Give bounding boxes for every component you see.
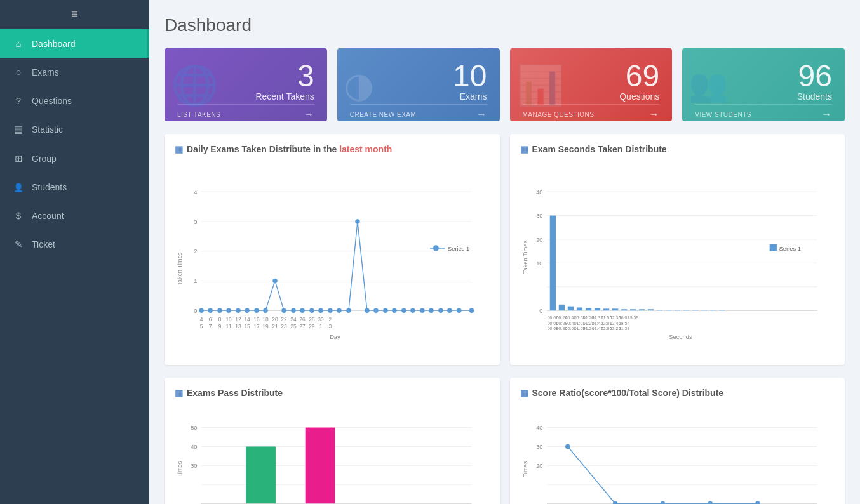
- sidebar-item-label: Questions: [32, 96, 72, 106]
- stat-card-exams[interactable]: ◑ 10 Exams CREATE NEW EXAM →: [337, 48, 500, 121]
- svg-point-37: [429, 308, 433, 312]
- svg-point-32: [383, 308, 387, 312]
- svg-rect-93: [585, 308, 591, 310]
- main-content: Dashboard 🌐 3 Recent Takens LIST TAKENS …: [149, 0, 860, 504]
- svg-point-18: [254, 308, 259, 312]
- svg-rect-150: [246, 446, 276, 503]
- stat-card-takens[interactable]: 🌐 3 Recent Takens LIST TAKENS →: [165, 48, 327, 121]
- svg-point-29: [355, 219, 359, 223]
- group-icon: ⊞: [13, 153, 24, 164]
- svg-text:4: 4: [200, 316, 203, 322]
- svg-point-27: [337, 308, 341, 312]
- svg-text:30: 30: [191, 463, 197, 469]
- sidebar-item-label: Ticket: [32, 239, 55, 249]
- sidebar-toggle[interactable]: ≡: [0, 0, 149, 29]
- chart-area-pass: Times 50 40 30: [175, 406, 490, 504]
- hamburger-icon: ≡: [71, 8, 78, 21]
- people-icon: 👥: [689, 67, 728, 103]
- charts-row-1: ▦ Daily Exams Taken Distribute in the la…: [165, 134, 845, 365]
- svg-rect-98: [629, 309, 635, 310]
- svg-text:19: 19: [262, 323, 269, 329]
- svg-rect-105: [692, 310, 698, 310]
- svg-text:Series 1: Series 1: [448, 246, 469, 252]
- svg-point-36: [420, 308, 424, 312]
- svg-rect-108: [719, 310, 725, 310]
- svg-text:13: 13: [235, 323, 241, 329]
- svg-text:0: 0: [194, 308, 197, 314]
- svg-rect-102: [666, 310, 671, 310]
- score-svg: Times 40 30 20: [520, 406, 835, 504]
- svg-point-26: [328, 308, 332, 312]
- svg-point-20: [272, 279, 277, 283]
- chart-exam-seconds: ▦ Exam Seconds Taken Distribute Taken Ti…: [510, 134, 845, 365]
- svg-text:08:54: 08:54: [618, 321, 629, 326]
- sidebar-item-label: Group: [32, 154, 57, 164]
- svg-rect-101: [657, 310, 662, 310]
- svg-point-22: [291, 308, 295, 312]
- sidebar-item-ticket[interactable]: ✎ Ticket: [0, 230, 149, 259]
- svg-text:40: 40: [191, 444, 197, 450]
- daily-exams-svg: Taken Times 4 3 2 1 0: [175, 162, 490, 352]
- svg-point-162: [565, 444, 570, 449]
- svg-text:40: 40: [536, 425, 542, 431]
- seconds-svg: Taken Times 40 30 20 10 0: [520, 162, 835, 352]
- sidebar-item-label: Students: [32, 182, 67, 192]
- svg-text:20: 20: [536, 237, 542, 243]
- stat-card-questions[interactable]: 📊 69 Questions MANAGE QUESTIONS →: [510, 48, 673, 121]
- svg-rect-138: [769, 244, 776, 251]
- svg-text:40: 40: [536, 189, 542, 196]
- globe-icon: 🌐: [171, 62, 218, 107]
- sidebar-item-questions[interactable]: ? Questions: [0, 86, 149, 115]
- svg-text:7: 7: [209, 323, 212, 329]
- stat-card-students[interactable]: 👥 96 Students VIEW STUDENTS →: [682, 48, 845, 121]
- sidebar-item-statistic[interactable]: ▤ Statistic: [0, 115, 149, 144]
- sidebar-item-students[interactable]: 👤 Students: [0, 173, 149, 201]
- stat-footer-students: VIEW STUDENTS →: [695, 104, 832, 120]
- svg-point-28: [346, 308, 351, 312]
- svg-point-17: [245, 308, 249, 312]
- svg-point-35: [410, 308, 415, 312]
- chart-title-seconds: ▦ Exam Seconds Taken Distribute: [520, 144, 835, 154]
- svg-text:50: 50: [191, 425, 197, 431]
- svg-text:29:59: 29:59: [627, 315, 638, 320]
- svg-text:25: 25: [290, 323, 297, 329]
- sidebar-item-account[interactable]: $ Account: [0, 201, 149, 230]
- chart-area-seconds: Taken Times 40 30 20 10 0: [520, 162, 835, 355]
- sidebar-item-label: Account: [32, 211, 64, 221]
- page-title: Dashboard: [165, 15, 845, 36]
- svg-point-39: [447, 308, 452, 312]
- svg-text:28: 28: [309, 316, 315, 322]
- statistic-icon: ▤: [13, 124, 24, 135]
- svg-rect-106: [701, 310, 707, 310]
- svg-rect-100: [648, 309, 654, 310]
- svg-text:6: 6: [209, 316, 212, 322]
- svg-text:23: 23: [281, 323, 287, 329]
- svg-text:8: 8: [218, 316, 222, 322]
- svg-text:29: 29: [309, 323, 315, 329]
- svg-text:5: 5: [200, 323, 203, 329]
- svg-text:2: 2: [194, 248, 197, 255]
- svg-text:30: 30: [536, 213, 542, 219]
- sidebar-item-exams[interactable]: ○ Exams: [0, 58, 149, 86]
- svg-text:0: 0: [539, 308, 542, 314]
- bar-chart-icon: ▦: [175, 144, 183, 154]
- svg-rect-95: [603, 308, 608, 310]
- chart-area-daily: Taken Times 4 3 2 1 0: [175, 162, 490, 355]
- svg-rect-107: [710, 310, 716, 310]
- sidebar-item-dashboard[interactable]: ⌂ Dashboard: [0, 29, 149, 58]
- svg-point-19: [263, 308, 267, 312]
- chart-title-pass: ▦ Exams Pass Distribute: [175, 388, 490, 398]
- arrow-right-icon: →: [822, 109, 833, 120]
- arrow-right-icon: →: [476, 109, 487, 120]
- svg-text:30: 30: [318, 316, 324, 322]
- svg-text:15: 15: [244, 323, 250, 329]
- chart-title-daily: ▦ Daily Exams Taken Distribute in the la…: [175, 144, 490, 154]
- svg-rect-151: [306, 428, 335, 504]
- svg-rect-97: [621, 309, 626, 310]
- sidebar-item-group[interactable]: ⊞ Group: [0, 144, 149, 173]
- svg-text:Seconds: Seconds: [669, 334, 692, 340]
- svg-point-24: [309, 308, 314, 312]
- svg-point-15: [226, 308, 231, 312]
- svg-point-38: [438, 308, 443, 312]
- svg-point-16: [236, 308, 240, 312]
